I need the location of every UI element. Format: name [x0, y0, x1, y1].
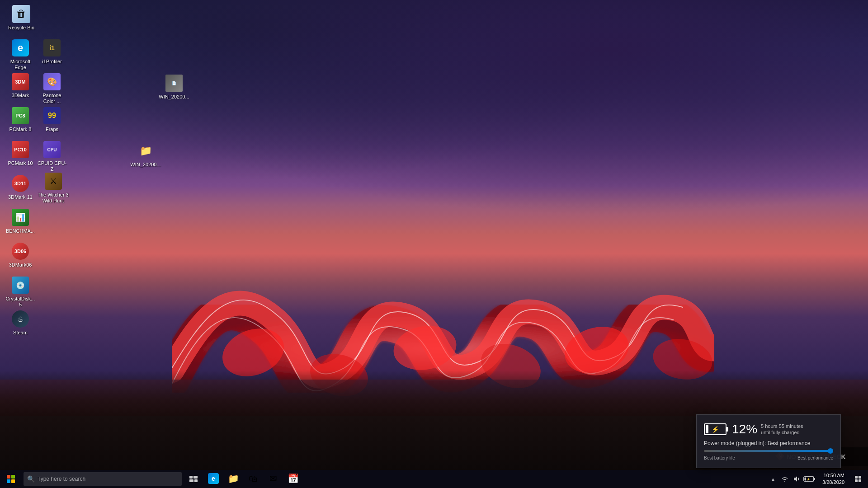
win-logo-red [7, 475, 10, 479]
3dmark06-icon[interactable]: 3D06 3DMark06 [5, 240, 36, 270]
volume-tray-icon[interactable] [791, 470, 802, 488]
desktop-icons: 🗑 Recycle Bin e Microsoft Edge i1 i1Prof… [0, 0, 9, 9]
search-input[interactable] [38, 476, 178, 482]
pcmark10-img: PC10 [12, 141, 29, 158]
benchmark-img: 📊 [12, 209, 29, 226]
taskbar-explorer-icon: 📁 [228, 473, 239, 484]
recycle-bin-img: 🗑 [12, 5, 30, 23]
edge-img: e [12, 39, 29, 56]
network-tray-icon[interactable] [779, 470, 791, 488]
pcmark8-icon[interactable]: PC8 PCMark 8 [5, 105, 36, 134]
battery-time: 5 hours 55 minutes until fully charged [761, 423, 803, 436]
power-slider-container[interactable] [704, 450, 833, 452]
battery-popup: ⚡ 12% 5 hours 55 minutes until fully cha… [696, 414, 841, 468]
3dmark-img: 3DM [12, 73, 29, 90]
fraps-img: 99 [43, 107, 61, 124]
clock-date: 3/28/2020 [822, 479, 844, 486]
win-file-2-img: 📁 [137, 142, 154, 160]
taskbar-store[interactable]: 🛍 [243, 470, 263, 488]
best-performance-label: Best performance [797, 455, 833, 460]
svg-rect-17 [855, 476, 858, 479]
svg-rect-14 [814, 478, 815, 480]
charging-icon: ⚡ [712, 426, 719, 433]
taskbar-calendar-icon: 📅 [288, 473, 299, 484]
pcmark10-icon[interactable]: PC10 PCMark 10 [5, 139, 36, 168]
win-file-1-img: 📄 [165, 75, 183, 92]
taskbar-store-icon: 🛍 [249, 474, 258, 484]
battery-fill [706, 425, 708, 433]
svg-rect-10 [189, 479, 193, 482]
pantone-img: 🎨 [43, 73, 61, 90]
power-labels: Best battery life Best performance [704, 455, 833, 460]
svg-rect-15 [805, 478, 806, 481]
power-slider[interactable] [704, 450, 833, 452]
3dmark-icon[interactable]: 3DM 3DMark [5, 71, 36, 100]
steam-img: ♨ [12, 310, 29, 328]
benchmark-icon[interactable]: 📊 BENCHMA... [5, 206, 36, 236]
edge-label: Microsoft Edge [5, 59, 36, 70]
taskbar-right: ▲ [765, 470, 868, 488]
svg-rect-11 [194, 479, 198, 482]
taskbar-edge[interactable]: e [203, 470, 223, 488]
3dmark06-img: 3D06 [12, 243, 29, 260]
win-file-1-icon[interactable]: 📄 WIN_20200... [158, 72, 190, 102]
3dmark11-img: 3D11 [12, 175, 29, 192]
witcher-icon[interactable]: ⚔ The Witcher 3 Wild Hunt [36, 170, 70, 206]
windows-logo [7, 475, 15, 483]
pantone-label: Pantone Color ... [36, 93, 68, 104]
search-icon: 🔍 [27, 475, 35, 483]
power-mode-label: Power mode (plugged in): Best performanc… [704, 440, 833, 446]
system-tray: ▲ [765, 470, 819, 488]
crystaldisk-icon[interactable]: 💿 CrystalDisk... 5 [5, 274, 36, 310]
3dmark11-icon[interactable]: 3D11 3DMark 11 [5, 173, 36, 202]
task-view-button[interactable] [184, 470, 203, 488]
i1profiler-icon[interactable]: i1 i1Profiler [36, 37, 68, 66]
taskbar-explorer[interactable]: 📁 [223, 470, 243, 488]
clock-time: 10:50 AM [824, 472, 844, 479]
3dmark11-label: 3DMark 11 [5, 194, 36, 200]
taskbar-mail-icon: ✉ [269, 473, 277, 484]
svg-rect-9 [193, 476, 198, 479]
crystaldisk-label: CrystalDisk... 5 [5, 296, 36, 308]
recycle-bin-label: Recycle Bin [5, 25, 37, 31]
battery-header: ⚡ 12% 5 hours 55 minutes until fully cha… [704, 422, 833, 436]
witcher-img: ⚔ [45, 173, 62, 190]
start-button[interactable] [0, 470, 22, 488]
taskbar-apps: e 📁 🛍 ✉ 📅 [203, 470, 303, 488]
tray-expand-button[interactable]: ▲ [767, 470, 779, 488]
taskbar-calendar[interactable]: 📅 [283, 470, 303, 488]
win-file-1-label: WIN_20200... [158, 94, 190, 100]
pcmark10-label: PCMark 10 [5, 160, 36, 166]
win-logo-yellow [11, 479, 15, 483]
water-reflection [0, 380, 868, 416]
power-slider-thumb[interactable] [828, 448, 833, 454]
search-bar[interactable]: 🔍 [24, 472, 182, 486]
background-stars [0, 0, 868, 244]
svg-rect-19 [855, 479, 858, 482]
crystaldisk-img: 💿 [12, 277, 29, 294]
battery-tray-icon[interactable]: ⚡ [802, 470, 817, 488]
3dmark06-label: 3DMark06 [5, 262, 36, 268]
best-battery-label: Best battery life [704, 455, 735, 460]
steam-icon[interactable]: ♨ Steam [5, 308, 36, 338]
notification-button[interactable] [848, 470, 868, 488]
taskbar-mail[interactable]: ✉ [263, 470, 283, 488]
svg-rect-20 [859, 479, 861, 482]
win-file-2-icon[interactable]: 📁 WIN_20200... [130, 140, 161, 169]
cpuid-icon[interactable]: CPU CPUID CPU-Z [36, 139, 68, 174]
fraps-label: Fraps [36, 127, 68, 132]
benchmark-label: BENCHMA... [5, 228, 36, 234]
win-logo-green [11, 475, 15, 479]
svg-rect-18 [859, 476, 861, 479]
fraps-icon[interactable]: 99 Fraps [36, 105, 68, 134]
taskbar-edge-icon: e [208, 473, 219, 484]
battery-time-label: until fully charged [761, 429, 803, 436]
recycle-bin-icon[interactable]: 🗑 Recycle Bin [5, 3, 37, 33]
clock[interactable]: 10:50 AM 3/28/2020 [819, 470, 848, 488]
svg-marker-12 [794, 476, 797, 482]
microsoft-edge-icon[interactable]: e Microsoft Edge [5, 37, 36, 72]
battery-percent: 12% [732, 422, 757, 436]
pcmark8-label: PCMark 8 [5, 127, 36, 132]
pantone-icon[interactable]: 🎨 Pantone Color ... [36, 71, 68, 106]
tray-expand-icon: ▲ [771, 477, 775, 482]
